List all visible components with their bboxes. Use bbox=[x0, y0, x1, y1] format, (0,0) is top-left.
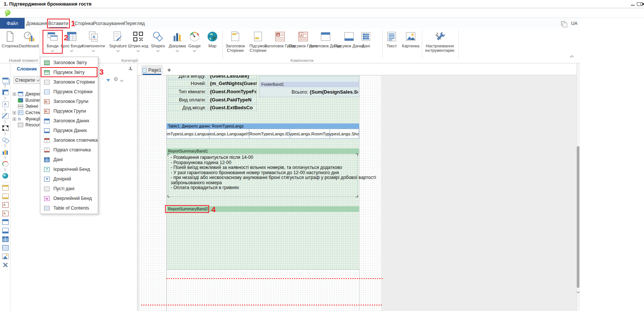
field-value[interactable]: {Guest.PaidTypeN bbox=[208, 96, 257, 103]
table-cell[interactable]: nTypesLangs.RoomTypeN bbox=[290, 129, 330, 139]
chevron-right-icon[interactable] bbox=[3, 85, 6, 87]
chevron-right-icon[interactable] bbox=[3, 157, 6, 159]
menu-item-empty-data[interactable]: Пусті дані bbox=[40, 184, 98, 194]
menu-item-column-footer[interactable]: Підвал стовпчика bbox=[40, 145, 98, 155]
menu-item-group-header[interactable]: Заголовок Групи bbox=[40, 97, 98, 106]
scroll-down-icon[interactable] bbox=[577, 290, 580, 293]
map-icon[interactable] bbox=[2, 173, 9, 179]
chevron-right-icon[interactable] bbox=[3, 121, 6, 123]
field-value[interactable]: {Guest.ExtBedsCo bbox=[208, 104, 257, 111]
tools-icon[interactable] bbox=[2, 262, 9, 268]
shapes-icon[interactable] bbox=[2, 137, 9, 143]
footer-band-header[interactable]: FooterBand1 bbox=[260, 82, 359, 87]
field-value[interactable]: {m_GetNights(Guest. bbox=[208, 80, 257, 87]
table-cell[interactable]: ypesLangs.LanguageISO bbox=[209, 129, 249, 139]
data-footer-band-icon[interactable] bbox=[2, 228, 9, 233]
expand-icon[interactable] bbox=[13, 117, 16, 121]
menu-item-data-band[interactable]: Дані bbox=[40, 155, 98, 164]
text-icon[interactable] bbox=[2, 245, 9, 251]
report-page[interactable]: Дата виїзду: {Guest.LastDate} Ночей: {m_… bbox=[139, 75, 381, 311]
components-button[interactable]: A Компоненти bbox=[82, 31, 105, 51]
menu-item-table-of-contents[interactable]: Table of Contents bbox=[40, 203, 98, 213]
signature-icon[interactable] bbox=[2, 113, 9, 119]
minimize-icon[interactable] bbox=[631, 5, 635, 6]
create-button[interactable]: Створити bbox=[13, 76, 41, 84]
chevron-right-icon[interactable] bbox=[3, 145, 6, 147]
tab-layout[interactable]: Розташування bbox=[96, 18, 121, 29]
expand-icon[interactable] bbox=[13, 111, 16, 114]
tree-item-data-sources[interactable]: Джерела bbox=[13, 91, 44, 97]
menu-item-data-footer[interactable]: Підсумок Даних bbox=[40, 126, 98, 135]
menu-item-column-header[interactable]: Заголовок стовпчика bbox=[40, 135, 98, 145]
shapes-button[interactable]: Shapes bbox=[149, 31, 167, 51]
scrollbar-thumb[interactable] bbox=[577, 146, 579, 288]
group-header-band-icon[interactable] bbox=[2, 202, 9, 208]
chevron-right-icon[interactable] bbox=[3, 97, 6, 99]
gauge-icon[interactable] bbox=[2, 161, 9, 167]
chart-icon[interactable] bbox=[2, 149, 9, 155]
field-label[interactable]: Ночей: bbox=[168, 80, 208, 87]
barcode-icon[interactable] bbox=[2, 125, 9, 131]
tab-file[interactable]: Файл bbox=[0, 18, 25, 29]
chevron-right-icon[interactable] bbox=[3, 133, 6, 135]
chevron-right-icon[interactable] bbox=[3, 169, 6, 171]
text-button[interactable]: Текст bbox=[384, 31, 399, 48]
menu-item-group-footer[interactable]: Підсумок Групи bbox=[40, 106, 98, 116]
report-canvas[interactable]: Дата виїзду: {Guest.LastDate} Ночей: {m_… bbox=[137, 75, 580, 311]
pin-icon[interactable] bbox=[128, 67, 132, 71]
tab-page[interactable]: Сторінка bbox=[75, 18, 93, 29]
data-button[interactable]: Дані bbox=[359, 31, 373, 48]
picture-icon[interactable] bbox=[2, 254, 9, 259]
gear-icon[interactable]: ⚙ bbox=[113, 76, 118, 82]
field-value[interactable]: {Guest.RoomTypeFor bbox=[208, 88, 257, 95]
picture-button[interactable]: Картинка bbox=[401, 31, 420, 48]
bands-icon[interactable] bbox=[2, 78, 9, 83]
data-header-band-icon[interactable] bbox=[2, 219, 9, 225]
report-summary-band1-header[interactable]: ReportSummaryBand1 bbox=[167, 148, 359, 154]
cross-bands-icon[interactable] bbox=[2, 89, 9, 95]
menu-item-overlay-band[interactable]: Оверлейний Бенд bbox=[40, 194, 98, 203]
footer-band-total[interactable]: Всього: {Sum(DesignSales.Sui bbox=[292, 89, 358, 95]
components-icon[interactable] bbox=[2, 101, 9, 107]
menu-item-child-band[interactable]: Дочірній bbox=[40, 174, 98, 184]
map-button[interactable]: Map bbox=[205, 31, 220, 48]
toolbox-settings-button[interactable]: Настроювання інструментарію bbox=[423, 31, 457, 53]
table-band-header[interactable]: Table1; Джерело даних: RoomTypesLangs bbox=[167, 123, 359, 129]
chevron-down-icon[interactable] bbox=[120, 79, 123, 82]
summary-text-block[interactable]: - Розміщення гарантується після 14-00 - … bbox=[168, 154, 358, 197]
chart-button[interactable]: Діаграма bbox=[168, 31, 187, 51]
window-layout-icon[interactable] bbox=[561, 21, 565, 25]
data-band-icon[interactable] bbox=[2, 236, 9, 242]
menu-item-page-footer[interactable]: Підсумок Сторінки bbox=[40, 87, 98, 97]
expand-icon[interactable] bbox=[13, 92, 16, 96]
group-footer-band-icon[interactable] bbox=[2, 211, 9, 216]
tree-item-functions[interactable]: fx Функції bbox=[13, 116, 40, 122]
field-label[interactable]: Дод.місця: bbox=[168, 104, 208, 111]
field-label[interactable]: Тип кімнати: bbox=[168, 88, 208, 95]
page-header-band-icon[interactable] bbox=[2, 185, 9, 191]
menu-item-data-header[interactable]: Заголовок Даних bbox=[40, 116, 98, 126]
signature-button[interactable]: Signature bbox=[108, 31, 128, 51]
page-footer-band-icon[interactable] bbox=[2, 194, 9, 199]
maximize-icon[interactable] bbox=[637, 2, 641, 6]
add-page-button[interactable]: + bbox=[167, 66, 171, 74]
chevron-right-icon[interactable] bbox=[3, 109, 6, 111]
field-label[interactable]: Дата виїзду: bbox=[168, 75, 208, 79]
table-cell[interactable]: {RoomTypesLangs.ID} bbox=[249, 129, 290, 139]
collapse-ribbon-icon[interactable] bbox=[570, 55, 574, 58]
language-badge[interactable]: UA bbox=[571, 21, 578, 26]
barcode-button[interactable]: Штрих-код bbox=[128, 31, 148, 51]
page-footer-button[interactable]: Підсумок Сторінки bbox=[247, 31, 269, 53]
gauge-button[interactable]: Gauge bbox=[187, 31, 202, 51]
sort-icon[interactable] bbox=[106, 79, 110, 82]
tree-item-variables[interactable]: VAR Змінні bbox=[18, 103, 38, 109]
menu-item-report-title[interactable]: Заголовок Звіту bbox=[40, 58, 98, 67]
table-cell[interactable]: omTypesLangs.Languag bbox=[167, 129, 209, 139]
tab-home[interactable]: Домашня bbox=[27, 18, 46, 29]
balloon-icon[interactable] bbox=[5, 10, 10, 15]
table-cell[interactable]: omTypesLangs.Shorteni bbox=[330, 129, 359, 139]
menu-item-hierarchical-band[interactable]: Ієрархічний Бенд bbox=[40, 164, 98, 174]
page-button[interactable]: Сторінка bbox=[1, 31, 19, 48]
field-value[interactable]: {Guest.LastDate} bbox=[208, 75, 257, 79]
tab-preview[interactable]: Перегляд bbox=[125, 18, 144, 29]
